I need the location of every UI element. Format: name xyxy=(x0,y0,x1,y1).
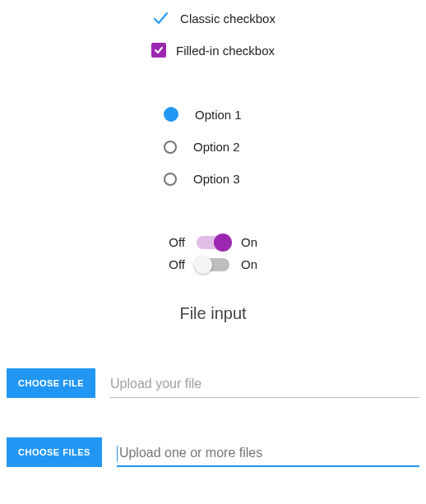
file-input-single[interactable]: Upload your file xyxy=(110,368,419,398)
file-placeholder: Upload your file xyxy=(110,377,201,391)
input-underline-focused xyxy=(117,465,419,467)
radio-option-3[interactable]: Option 3 xyxy=(164,172,262,186)
check-icon xyxy=(153,44,164,56)
switch-thumb xyxy=(194,256,212,274)
filled-checkbox-row: Filled-in checkbox xyxy=(151,43,275,58)
radio-selected-icon xyxy=(164,107,178,122)
radio-unselected-icon xyxy=(164,141,177,154)
radio-label-2: Option 2 xyxy=(193,140,240,154)
switch-off-label: Off xyxy=(160,235,185,249)
switch-on-label: On xyxy=(241,235,266,249)
file-input-multi-row: CHOOSE FILES Upload one or more files xyxy=(0,437,426,467)
switch-off-label: Off xyxy=(160,257,185,271)
radio-label-1: Option 1 xyxy=(195,108,242,122)
file-input-heading: File input xyxy=(0,304,426,323)
switch-row-purple: Off On xyxy=(160,235,266,249)
input-underline xyxy=(110,397,419,398)
file-input-single-row: CHOOSE FILE Upload your file xyxy=(0,368,426,398)
checkbox-classic[interactable] xyxy=(150,8,170,28)
check-icon xyxy=(150,8,170,28)
radio-option-2[interactable]: Option 2 xyxy=(164,140,262,154)
file-input-multi[interactable]: Upload one or more files xyxy=(117,437,419,467)
radio-label-3: Option 3 xyxy=(193,172,240,186)
radio-option-1[interactable]: Option 1 xyxy=(164,107,262,122)
filled-checkbox-label: Filled-in checkbox xyxy=(176,44,275,58)
classic-checkbox-row: Classic checkbox xyxy=(150,8,276,28)
classic-checkbox-label: Classic checkbox xyxy=(180,12,276,25)
checkbox-filled[interactable] xyxy=(151,43,166,58)
choose-file-button[interactable]: CHOOSE FILE xyxy=(7,368,95,398)
switch-thumb xyxy=(214,234,232,252)
switch-toggle-on[interactable] xyxy=(197,236,229,249)
switch-row-grey: Off On xyxy=(160,257,266,271)
radio-unselected-icon xyxy=(164,173,177,186)
switch-toggle-off[interactable] xyxy=(197,258,229,271)
file-placeholder: Upload one or more files xyxy=(119,446,262,460)
choose-files-button[interactable]: CHOOSE FILES xyxy=(7,437,102,467)
switch-on-label: On xyxy=(241,257,266,271)
text-cursor xyxy=(117,446,118,462)
